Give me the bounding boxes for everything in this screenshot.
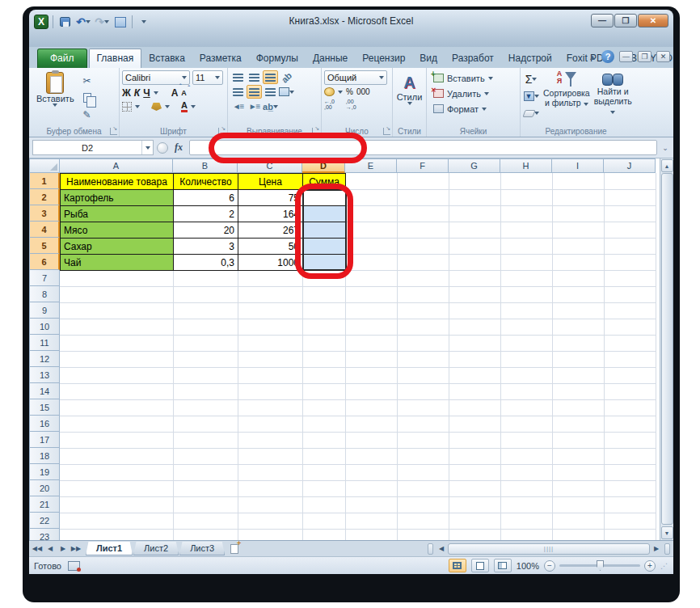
vertical-scrollbar[interactable]: ▲ ▼ — [660, 158, 673, 540]
column-header-D[interactable]: D — [302, 158, 345, 173]
zoom-slider-handle[interactable] — [597, 560, 604, 571]
sort-filter-button[interactable]: АЯ Сортировка и фильтр — [543, 70, 590, 120]
align-left-button[interactable] — [230, 85, 246, 99]
restore-button[interactable]: ❐ — [614, 14, 637, 27]
row-header-1[interactable]: 1 — [29, 173, 60, 189]
select-all-corner[interactable] — [29, 158, 60, 173]
row-header-8[interactable]: 8 — [29, 286, 60, 302]
price-cell[interactable]: 267 — [238, 222, 303, 239]
row-header-4[interactable]: 4 — [29, 222, 60, 238]
autosum-button[interactable]: Σ — [523, 72, 539, 87]
number-format-select[interactable]: Общий — [324, 70, 387, 85]
row-header-20[interactable]: 20 — [29, 480, 60, 496]
ribbon-tab-разметка[interactable]: Разметка — [192, 49, 249, 68]
row-header-12[interactable]: 12 — [29, 351, 60, 367]
accounting-format-icon[interactable] — [324, 87, 335, 96]
table-header-cell[interactable]: Количество — [173, 173, 238, 190]
help-icon[interactable]: ? — [601, 50, 614, 63]
number-dialog-launcher[interactable] — [383, 128, 390, 135]
delete-cells-button[interactable]: Удалить — [433, 86, 517, 101]
last-sheet-icon[interactable]: ▶▶ — [70, 543, 82, 555]
ribbon-tab-рецензир[interactable]: Рецензир — [355, 49, 412, 68]
formula-input[interactable] — [189, 140, 657, 155]
styles-button[interactable]: А Стили — [395, 74, 424, 105]
page-break-view-button[interactable] — [494, 559, 512, 572]
tab-split-handle[interactable] — [428, 543, 433, 555]
merge-center-button[interactable] — [279, 85, 294, 99]
percent-style-button[interactable]: % — [346, 87, 353, 96]
bold-button[interactable]: Ж — [122, 87, 131, 99]
name-box[interactable]: D2 — [32, 140, 154, 155]
normal-view-button[interactable] — [449, 559, 466, 572]
resize-grip[interactable]: ⋰ — [660, 562, 668, 570]
align-top-button[interactable] — [230, 70, 246, 84]
quantity-cell[interactable]: 2 — [173, 205, 238, 222]
horizontal-scrollbar[interactable]: ◀ |||| ▶ — [426, 543, 672, 555]
ribbon-tab-разработ[interactable]: Разработ — [445, 49, 501, 68]
insert-worksheet-button[interactable] — [226, 543, 243, 555]
grow-font-button[interactable]: А — [171, 87, 179, 99]
scroll-up-icon[interactable]: ▲ — [661, 159, 673, 172]
align-right-button[interactable] — [263, 85, 278, 99]
find-select-button[interactable]: Найти и выделить — [594, 70, 632, 120]
column-header-A[interactable]: A — [60, 158, 173, 173]
row-header-14[interactable]: 14 — [29, 383, 60, 399]
sheet-tab-лист2[interactable]: Лист2 — [133, 542, 179, 555]
fill-color-icon[interactable] — [151, 103, 162, 111]
column-header-F[interactable]: F — [397, 158, 449, 173]
row-header-16[interactable]: 16 — [29, 416, 60, 432]
ribbon-tab-формулы[interactable]: Формулы — [249, 49, 306, 68]
scroll-right-icon[interactable]: ▶ — [650, 543, 663, 555]
workbook-restore-icon[interactable]: ❐ — [638, 51, 652, 62]
row-header-6[interactable]: 6 — [29, 254, 60, 270]
quantity-cell[interactable]: 6 — [173, 189, 238, 206]
sheet-tab-лист3[interactable]: Лист3 — [179, 542, 225, 555]
product-name-cell[interactable]: Сахар — [60, 238, 174, 255]
vertical-scroll-thumb[interactable] — [661, 173, 673, 525]
column-header-B[interactable]: B — [173, 158, 238, 173]
column-header-H[interactable]: H — [500, 158, 552, 173]
shrink-font-button[interactable]: А — [181, 89, 187, 97]
workbook-close-icon[interactable]: ✕ — [656, 51, 670, 62]
selected-sum-cell[interactable] — [302, 205, 346, 222]
scroll-split-handle[interactable] — [664, 543, 670, 555]
italic-button[interactable]: К — [134, 87, 140, 99]
align-bottom-button[interactable] — [263, 70, 278, 84]
row-header-9[interactable]: 9 — [29, 302, 60, 319]
selected-sum-cell[interactable] — [302, 254, 346, 271]
increase-indent-button[interactable]: ►≡ — [247, 99, 262, 113]
selected-sum-cell[interactable] — [302, 222, 346, 239]
clear-button[interactable] — [523, 106, 539, 120]
close-button[interactable]: ✕ — [638, 14, 668, 27]
product-name-cell[interactable]: Рыба — [60, 205, 174, 222]
formula-bar-splitter[interactable] — [157, 142, 168, 154]
table-header-cell[interactable]: Сумма — [302, 173, 346, 190]
scroll-down-icon[interactable]: ▼ — [661, 526, 673, 539]
row-header-18[interactable]: 18 — [29, 448, 60, 464]
ribbon-tab-вставка[interactable]: Вставка — [141, 49, 192, 68]
font-color-button[interactable]: А — [181, 101, 188, 112]
row-header-7[interactable]: 7 — [29, 270, 60, 286]
price-cell[interactable]: 164 — [238, 205, 303, 222]
zoom-in-button[interactable]: + — [644, 560, 656, 572]
name-box-dropdown[interactable] — [141, 141, 153, 154]
ribbon-tab-данные[interactable]: Данные — [306, 49, 355, 68]
copy-button[interactable] — [79, 91, 95, 105]
price-cell[interactable]: 75 — [238, 189, 303, 206]
insert-function-button[interactable]: fx — [171, 141, 186, 154]
table-header-cell[interactable]: Цена — [238, 173, 303, 190]
minimize-button[interactable]: — — [591, 14, 614, 27]
row-header-10[interactable]: 10 — [29, 319, 60, 335]
horizontal-scroll-thumb[interactable]: |||| — [448, 543, 650, 555]
column-header-C[interactable]: C — [238, 158, 302, 173]
expand-formula-bar-icon[interactable]: ⌄ — [660, 144, 670, 152]
collapse-ribbon-icon[interactable]: ▲ — [588, 53, 597, 61]
first-sheet-icon[interactable]: ◀◀ — [31, 543, 44, 555]
row-header-15[interactable]: 15 — [29, 399, 60, 416]
quantity-cell[interactable]: 20 — [173, 222, 238, 239]
product-name-cell[interactable]: Картофель — [60, 189, 174, 206]
workbook-minimize-icon[interactable]: — — [619, 51, 633, 62]
format-painter-button[interactable]: ✎ — [79, 108, 95, 122]
insert-cells-button[interactable]: Вставить — [433, 70, 517, 86]
comma-style-button[interactable]: 000 — [356, 87, 370, 96]
